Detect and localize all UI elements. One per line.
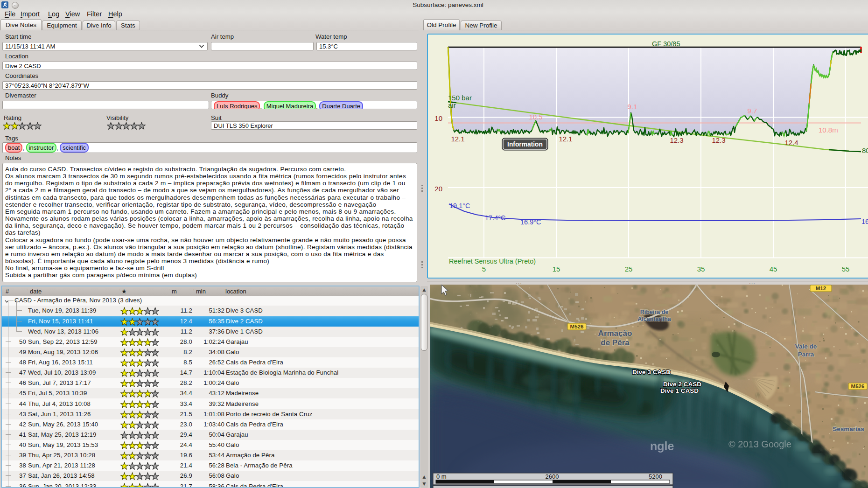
svg-text:Vale de: Vale de [795,343,817,350]
svg-text:0 m: 0 m [436,473,447,480]
svg-text:M526: M526 [570,324,584,329]
svg-text:M12: M12 [816,286,826,291]
svg-text:M526: M526 [851,383,865,389]
svg-text:Ribeira de: Ribeira de [640,309,668,315]
svg-text:Parra: Parra [798,351,814,358]
svg-text:ngle: ngle [650,439,674,453]
svg-text:de Pêra: de Pêra [601,338,630,347]
svg-text:5200: 5200 [649,473,662,480]
svg-text:Armação: Armação [598,329,632,338]
svg-text:2600: 2600 [546,473,559,480]
svg-text:Dive 1 CASD: Dive 1 CASD [660,387,699,394]
svg-text:Dive 2 CASD: Dive 2 CASD [663,381,701,388]
svg-text:Sesmarias: Sesmarias [833,425,864,432]
svg-text:© 2013 Google: © 2013 Google [728,439,791,449]
svg-text:Alcantarilha: Alcantarilha [637,316,672,322]
svg-text:Dive 3 CASD: Dive 3 CASD [632,369,671,376]
